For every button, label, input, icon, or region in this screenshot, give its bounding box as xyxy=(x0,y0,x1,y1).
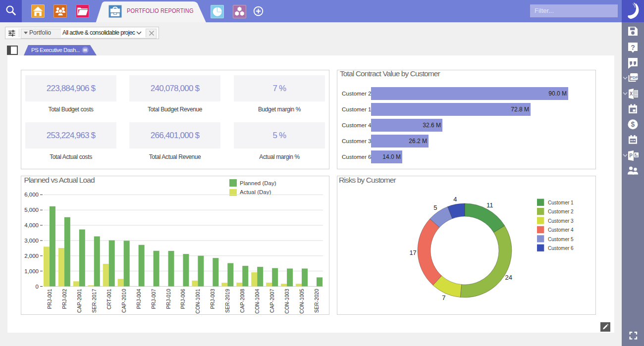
svg-text:Customer 5: Customer 5 xyxy=(548,237,574,242)
svg-text:Customer 3: Customer 3 xyxy=(548,218,574,224)
svg-text:SER-2019: SER-2019 xyxy=(224,289,230,313)
svg-text:CAP-2008: CAP-2008 xyxy=(239,289,245,313)
svg-text:3,000: 3,000 xyxy=(24,238,39,244)
svg-text:P: P xyxy=(629,153,633,158)
svg-text:Customer 4: Customer 4 xyxy=(548,227,574,233)
svg-text:CON-1001: CON-1001 xyxy=(195,289,201,313)
svg-text:2,000: 2,000 xyxy=(24,253,39,259)
svg-text:CON-1004: CON-1004 xyxy=(254,289,260,313)
svg-text:Customer 2: Customer 2 xyxy=(548,209,574,214)
svg-text:?: ? xyxy=(631,44,635,51)
svg-text:4,000: 4,000 xyxy=(24,222,39,228)
svg-text:PRJ-010: PRJ-010 xyxy=(165,289,171,309)
svg-text:11: 11 xyxy=(486,201,493,209)
svg-text:CON-1003: CON-1003 xyxy=(284,289,290,313)
svg-text:PRJ-006: PRJ-006 xyxy=(180,289,186,309)
svg-text:SER-2017: SER-2017 xyxy=(91,289,97,313)
svg-text:PRJ-004: PRJ-004 xyxy=(136,289,142,309)
svg-text:PRJ-007: PRJ-007 xyxy=(151,289,157,309)
svg-text:0: 0 xyxy=(36,284,39,290)
svg-text:PDF: PDF xyxy=(630,75,638,80)
svg-text:17: 17 xyxy=(409,249,416,256)
svg-text:CAP-2007: CAP-2007 xyxy=(269,289,275,313)
svg-text:CRT-001: CRT-001 xyxy=(106,289,112,309)
svg-text:Customer 6: Customer 6 xyxy=(548,246,574,251)
svg-text:PRJ-003: PRJ-003 xyxy=(210,289,215,309)
svg-text:SER-2020: SER-2020 xyxy=(314,289,320,313)
svg-text:CAP-2001: CAP-2001 xyxy=(76,289,82,313)
svg-text:5,000: 5,000 xyxy=(24,207,39,213)
svg-text:7: 7 xyxy=(442,294,445,301)
svg-text:CON-1005: CON-1005 xyxy=(299,289,305,313)
svg-text:1,000: 1,000 xyxy=(24,268,39,274)
svg-text:PRJ-001: PRJ-001 xyxy=(47,289,53,309)
svg-text:X: X xyxy=(630,91,633,97)
svg-text:5: 5 xyxy=(433,204,437,211)
svg-text:PRJ-002: PRJ-002 xyxy=(61,289,67,309)
svg-text:CAP-2010: CAP-2010 xyxy=(121,289,127,313)
svg-text:$: $ xyxy=(631,120,635,128)
svg-text:Customer 1: Customer 1 xyxy=(548,200,574,205)
svg-text:6,000: 6,000 xyxy=(24,192,39,198)
svg-text:4: 4 xyxy=(453,196,457,203)
svg-text:24: 24 xyxy=(505,274,512,281)
